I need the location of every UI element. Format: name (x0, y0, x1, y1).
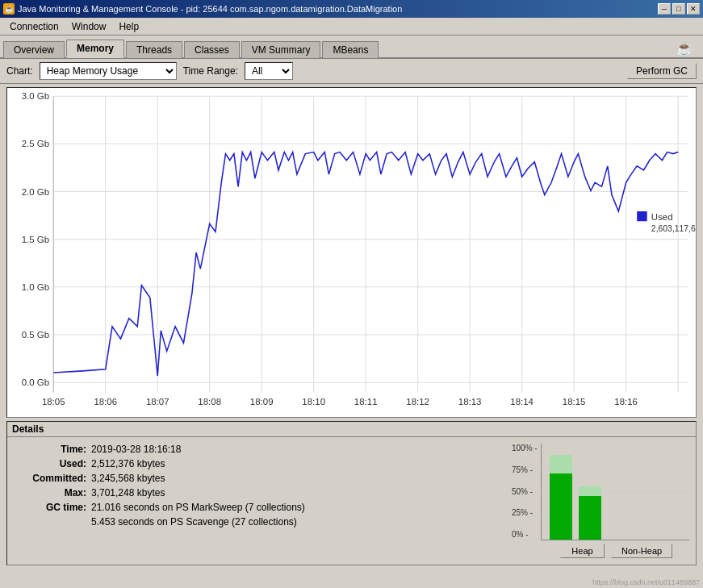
maximize-button[interactable]: □ (672, 3, 685, 15)
svg-text:Used: Used (651, 212, 673, 222)
range-select[interactable]: All 1 min 5 min 10 min 30 min 1 hour (245, 62, 293, 80)
tab-vm-summary[interactable]: VM Summary (241, 41, 321, 58)
svg-text:18:08: 18:08 (198, 397, 221, 407)
heap-used-bar (550, 473, 572, 540)
mini-bar-chart: 100% - 75% - 50% - 25% - 0% - (512, 444, 689, 558)
nonheap-used-bar (579, 496, 601, 540)
detail-key-used: Used: (14, 458, 86, 469)
svg-text:18:13: 18:13 (458, 397, 482, 407)
tab-mbeans[interactable]: MBeans (322, 41, 379, 58)
svg-text:0.0 Gb: 0.0 Gb (22, 377, 49, 387)
details-header: Details (7, 422, 696, 437)
menu-bar: Connection Window Help (0, 18, 703, 35)
details-panel: Details Time: 2019-03-28 18:16:18 Used: … (6, 421, 697, 565)
bar-chart-y-labels: 100% - 75% - 50% - 25% - 0% - (512, 444, 538, 540)
chart-label: Chart: (6, 65, 33, 77)
svg-text:18:14: 18:14 (510, 397, 534, 407)
svg-text:18:12: 18:12 (406, 397, 429, 407)
svg-rect-41 (637, 211, 647, 221)
tab-memory[interactable]: Memory (66, 40, 124, 58)
svg-text:1.5 Gb: 1.5 Gb (22, 235, 49, 244)
detail-val-time: 2019-03-28 18:16:18 (91, 444, 181, 455)
svg-text:18:15: 18:15 (563, 397, 586, 407)
range-label: Time Range: (183, 65, 238, 77)
menu-window[interactable]: Window (65, 19, 113, 34)
svg-text:18:07: 18:07 (146, 397, 169, 407)
y-label-100: 100% - (512, 444, 538, 452)
title-bar: ☕ Java Monitoring & Management Console -… (0, 0, 703, 18)
svg-rect-0 (7, 88, 696, 417)
app-icon: ☕ (3, 3, 15, 15)
menu-help[interactable]: Help (112, 19, 145, 34)
svg-text:2,603,117,680: 2,603,117,680 (651, 225, 696, 234)
svg-text:2.0 Gb: 2.0 Gb (22, 187, 49, 197)
y-label-25: 25% - (512, 508, 538, 517)
tab-threads[interactable]: Threads (126, 41, 182, 58)
svg-text:18:16: 18:16 (614, 397, 638, 407)
svg-text:2.5 Gb: 2.5 Gb (22, 140, 49, 149)
detail-val-used: 2,512,376 kbytes (91, 458, 165, 469)
y-label-75: 75% - (512, 465, 538, 474)
chart-select[interactable]: Heap Memory Usage Non-Heap Memory Usage (40, 62, 177, 80)
heap-bar-group (550, 444, 572, 540)
nonheap-bar-group (579, 444, 601, 540)
app-icon-symbol: ☕ (5, 5, 14, 13)
tab-classes[interactable]: Classes (184, 41, 240, 58)
perform-gc-button[interactable]: Perform GC (627, 63, 697, 79)
detail-row-gctime2: 5.453 seconds on PS Scavenge (27 collect… (14, 516, 499, 528)
detail-key-gctime: GC time: (14, 502, 86, 513)
minimize-button[interactable]: ─ (658, 3, 671, 15)
detail-row-committed: Committed: 3,245,568 kbytes (14, 473, 499, 484)
tab-bar: Overview Memory Threads Classes VM Summa… (0, 35, 703, 59)
detail-val-committed: 3,245,568 kbytes (91, 473, 165, 484)
close-button[interactable]: ✕ (687, 3, 700, 15)
svg-text:18:11: 18:11 (354, 397, 378, 407)
y-label-50: 50% - (512, 487, 538, 496)
detail-val-gctime2: 5.453 seconds on PS Scavenge (27 collect… (91, 516, 297, 528)
chart-area: 3.0 Gb 2.5 Gb 2.0 Gb 1.5 Gb 1.0 Gb 0.5 G… (6, 87, 697, 418)
svg-text:18:10: 18:10 (302, 397, 325, 407)
y-label-0: 0% - (512, 530, 538, 539)
tab-overview[interactable]: Overview (3, 41, 65, 58)
heap-button[interactable]: Heap (560, 544, 605, 558)
details-content: Time: 2019-03-28 18:16:18 Used: 2,512,37… (7, 437, 696, 565)
svg-text:0.5 Gb: 0.5 Gb (22, 330, 49, 340)
svg-text:18:06: 18:06 (94, 397, 117, 407)
detail-row-max: Max: 3,701,248 kbytes (14, 487, 499, 498)
details-info: Time: 2019-03-28 18:16:18 Used: 2,512,37… (14, 444, 499, 558)
detail-val-gctime: 21.016 seconds on PS MarkSweep (7 collec… (91, 502, 305, 513)
detail-val-max: 3,701,248 kbytes (91, 487, 165, 498)
detail-key-max: Max: (14, 487, 86, 498)
svg-rect-1 (7, 88, 53, 417)
bar-chart-footer: Heap Non-Heap (512, 544, 689, 558)
non-heap-button[interactable]: Non-Heap (611, 544, 672, 558)
detail-row-used: Used: 2,512,376 kbytes (14, 458, 499, 469)
tab-right-spacer: ☕ (676, 40, 700, 57)
svg-text:3.0 Gb: 3.0 Gb (22, 91, 49, 101)
bar-groups (541, 444, 689, 540)
detail-row-time: Time: 2019-03-28 18:16:18 (14, 444, 499, 455)
bar-chart-wrapper: 100% - 75% - 50% - 25% - 0% - (512, 444, 689, 540)
menu-connection[interactable]: Connection (3, 19, 65, 34)
detail-key-gctime2 (14, 516, 86, 528)
svg-text:1.0 Gb: 1.0 Gb (22, 282, 49, 292)
window-controls: ─ □ ✕ (658, 3, 700, 15)
memory-chart: 3.0 Gb 2.5 Gb 2.0 Gb 1.5 Gb 1.0 Gb 0.5 G… (7, 88, 696, 417)
toolbar: Chart: Heap Memory Usage Non-Heap Memory… (0, 59, 703, 84)
detail-key-committed: Committed: (14, 473, 86, 484)
svg-text:18:05: 18:05 (42, 397, 65, 407)
window-title: Java Monitoring & Management Console - p… (18, 4, 402, 14)
svg-text:18:09: 18:09 (250, 397, 274, 407)
detail-key-time: Time: (14, 444, 86, 455)
detail-row-gctime: GC time: 21.016 seconds on PS MarkSweep … (14, 502, 499, 513)
